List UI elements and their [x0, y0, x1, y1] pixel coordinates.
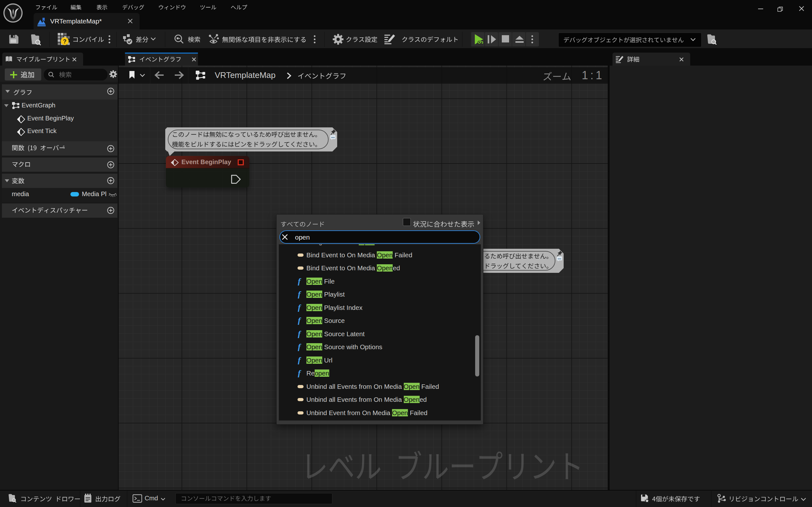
svg-text:?: ?: [63, 38, 67, 45]
